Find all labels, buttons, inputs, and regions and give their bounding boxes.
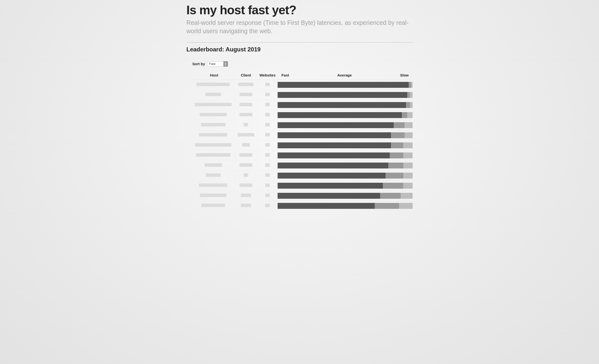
bar-segment-average <box>406 102 410 108</box>
sort-select[interactable]: FastAverageSlow <box>207 61 224 67</box>
bar-segment-slow <box>407 112 413 118</box>
websites-skeleton <box>265 194 270 197</box>
websites-skeleton <box>265 123 270 126</box>
bar-cell <box>277 130 413 140</box>
host-cell <box>192 110 234 120</box>
bar-cell <box>277 191 413 201</box>
client-skeleton <box>238 133 254 136</box>
host-skeleton <box>199 183 227 187</box>
client-skeleton <box>241 194 251 197</box>
table-row <box>192 100 413 110</box>
websites-cell <box>258 90 277 100</box>
client-cell <box>234 191 258 201</box>
host-skeleton <box>205 163 222 167</box>
client-skeleton <box>242 143 250 147</box>
client-cell <box>234 140 258 150</box>
client-cell <box>234 80 258 90</box>
stacked-bar <box>278 173 413 179</box>
host-cell <box>192 150 234 160</box>
websites-cell <box>258 130 277 140</box>
websites-skeleton <box>265 143 270 147</box>
table-row <box>192 160 413 170</box>
table-row <box>192 120 413 130</box>
client-cell <box>234 90 258 100</box>
bar-segment-average <box>391 132 404 138</box>
stacked-bar <box>278 193 413 199</box>
bar-segment-slow <box>401 193 413 199</box>
bar-segment-fast <box>278 163 389 168</box>
client-skeleton <box>244 123 248 126</box>
col-average[interactable]: Average <box>337 73 352 77</box>
bar-segment-slow <box>403 142 413 148</box>
bar-cell <box>277 110 413 120</box>
bar-segment-fast <box>278 183 383 189</box>
websites-skeleton <box>265 153 270 157</box>
client-skeleton <box>240 183 252 187</box>
websites-cell <box>258 110 277 120</box>
host-cell <box>192 90 234 100</box>
websites-cell <box>258 191 277 201</box>
host-cell <box>192 140 234 150</box>
col-fast[interactable]: Fast <box>282 73 289 77</box>
select-chevrons-icon: ▴▾ <box>224 61 228 67</box>
host-skeleton <box>196 153 230 157</box>
bar-cell <box>277 170 413 181</box>
col-client[interactable]: Client <box>234 71 258 80</box>
websites-cell <box>258 100 277 110</box>
sort-by-label: Sort by <box>192 62 205 66</box>
client-cell <box>234 170 258 181</box>
client-cell <box>234 181 258 191</box>
host-skeleton <box>205 93 221 96</box>
col-bars: Fast Average Slow <box>277 71 413 80</box>
bar-segment-slow <box>403 152 413 158</box>
bar-segment-slow <box>403 183 413 189</box>
col-host[interactable]: Host <box>192 71 234 80</box>
bar-cell <box>277 140 413 150</box>
client-cell <box>234 160 258 170</box>
stacked-bar <box>278 142 413 148</box>
client-skeleton <box>238 83 254 86</box>
table-row <box>192 140 413 150</box>
client-skeleton <box>240 103 252 106</box>
stacked-bar <box>278 163 413 168</box>
leaderboard-table: Host Client Websites Fast Average Slow <box>192 71 413 211</box>
client-skeleton <box>240 163 252 167</box>
host-cell <box>192 201 234 211</box>
websites-skeleton <box>265 204 270 207</box>
websites-cell <box>258 170 277 181</box>
client-cell <box>234 110 258 120</box>
bar-cell <box>277 120 413 130</box>
bar-cell <box>277 201 413 211</box>
bar-segment-fast <box>278 112 402 118</box>
host-cell <box>192 181 234 191</box>
bar-cell <box>277 181 413 191</box>
bar-segment-fast <box>278 173 386 179</box>
bar-segment-fast <box>278 142 391 148</box>
divider <box>186 42 413 43</box>
leaderboard-heading: Leaderboard: August 2019 <box>186 46 413 53</box>
sort-select-wrap[interactable]: FastAverageSlow ▴▾ <box>207 61 228 67</box>
bar-segment-average <box>386 173 403 179</box>
websites-cell <box>258 120 277 130</box>
bar-segment-fast <box>278 102 406 108</box>
client-cell <box>234 100 258 110</box>
client-skeleton <box>244 173 248 177</box>
bar-segment-average <box>407 92 410 98</box>
bar-segment-average <box>409 82 411 88</box>
bar-segment-average <box>391 142 403 148</box>
bar-segment-slow <box>403 173 413 179</box>
bar-segment-fast <box>278 132 391 138</box>
websites-cell <box>258 150 277 160</box>
bar-segment-fast <box>278 92 407 98</box>
websites-skeleton <box>265 133 270 136</box>
bar-cell <box>277 80 413 90</box>
col-websites[interactable]: Websites <box>258 71 277 80</box>
host-cell <box>192 80 234 90</box>
client-skeleton <box>240 93 252 96</box>
bar-segment-slow <box>411 82 412 88</box>
bar-segment-slow <box>404 122 413 128</box>
stacked-bar <box>278 102 413 108</box>
col-slow[interactable]: Slow <box>400 73 409 77</box>
host-skeleton <box>200 194 226 197</box>
host-cell <box>192 130 234 140</box>
